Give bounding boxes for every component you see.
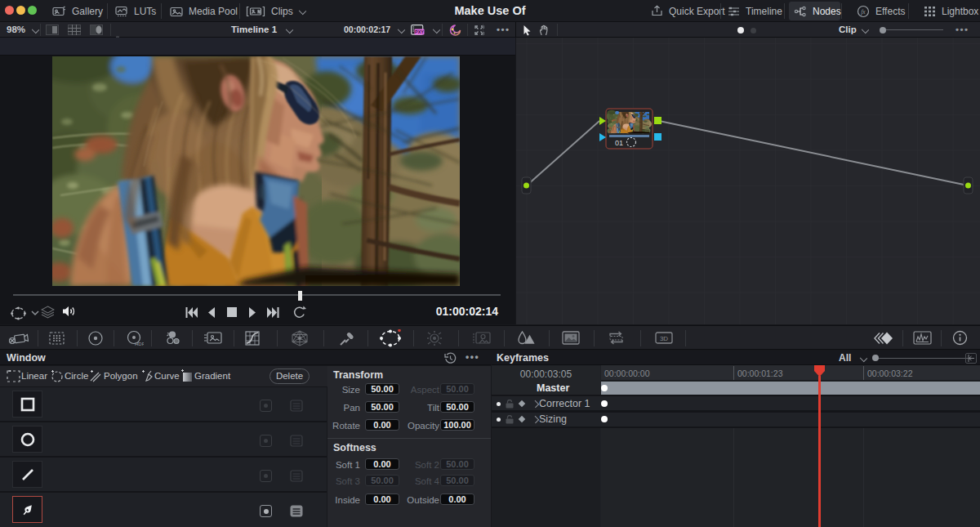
svg-text:01: 01 bbox=[615, 139, 623, 147]
svg-text:HDR: HDR bbox=[135, 342, 144, 346]
svg-text:3D: 3D bbox=[660, 335, 668, 342]
svg-text:PXY: PXY bbox=[415, 29, 424, 34]
svg-text:fx: fx bbox=[861, 8, 866, 16]
